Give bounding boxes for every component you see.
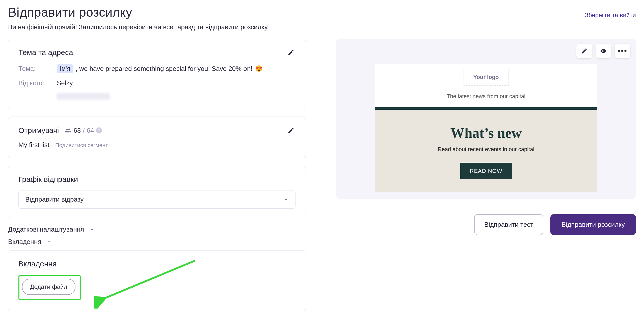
attachments-card: Вкладення Додати файл xyxy=(8,250,306,311)
email-preview-frame: Your logo The latest news from our capit… xyxy=(375,64,597,192)
pencil-icon xyxy=(287,49,294,56)
from-label: Від кого: xyxy=(18,79,57,87)
subject-label: Тема: xyxy=(18,65,57,73)
page-subtitle: Ви на фінішній прямій! Залишилось переві… xyxy=(8,23,636,31)
recipients-help-icon[interactable]: ? xyxy=(96,127,102,133)
preview-hero-subtitle: Read about recent events in our capital xyxy=(375,146,597,153)
preview-tagline: The latest news from our capital xyxy=(375,93,597,100)
schedule-title: Графік відправки xyxy=(18,175,296,184)
edit-subject-button[interactable] xyxy=(286,48,296,57)
recipients-title: Отримувачі xyxy=(18,126,59,135)
heart-eyes-emoji-icon: 😍 xyxy=(255,65,263,72)
recipients-card: Отримувачі 63 / 64 ? My first xyxy=(8,117,306,158)
preview-button[interactable] xyxy=(596,44,611,58)
chevron-down-icon xyxy=(89,227,95,232)
pencil-icon xyxy=(287,127,294,134)
add-file-highlight: Додати файл xyxy=(18,275,81,300)
merge-tag-chip: Ім'я xyxy=(57,64,73,73)
recipients-active-count: 63 xyxy=(73,127,81,134)
edit-template-button[interactable] xyxy=(576,44,592,58)
eye-icon xyxy=(600,48,607,54)
add-file-button[interactable]: Додати файл xyxy=(22,279,75,295)
attachments-card-title: Вкладення xyxy=(18,260,296,268)
hero-divider xyxy=(375,107,597,110)
schedule-card: Графік відправки Відправити відразу xyxy=(8,166,306,218)
email-preview-panel: ••• Your logo The latest news from our c… xyxy=(336,39,636,199)
pencil-icon xyxy=(581,48,587,54)
chevron-down-icon xyxy=(283,197,289,202)
subject-text: , we have prepared something special for… xyxy=(76,65,253,73)
more-options-button[interactable]: ••• xyxy=(615,44,630,58)
advanced-settings-expander[interactable]: Додаткові налаштування xyxy=(8,226,306,233)
advanced-settings-label: Додаткові налаштування xyxy=(8,226,84,233)
count-separator: / xyxy=(83,127,85,134)
view-segment-link[interactable]: Подивитися сегмент xyxy=(55,142,108,148)
schedule-select[interactable]: Відправити відразу xyxy=(18,190,296,209)
edit-recipients-button[interactable] xyxy=(286,126,296,135)
schedule-selected-value: Відправити відразу xyxy=(25,196,84,203)
from-value: Selzy xyxy=(57,79,73,87)
redacted-sender-email xyxy=(57,93,110,100)
attachments-expander-label: Вкладення xyxy=(8,238,41,246)
save-and-exit-link[interactable]: Зберегти та вийти xyxy=(585,12,636,21)
preview-hero: What’s new Read about recent events in o… xyxy=(375,107,597,192)
send-test-button[interactable]: Відправити тест xyxy=(474,214,543,235)
send-campaign-button[interactable]: Відправити розсилку xyxy=(550,214,636,235)
chevron-down-icon xyxy=(46,239,52,245)
subject-card-title: Тема та адреса xyxy=(18,48,73,57)
recipients-list-name: My first list xyxy=(18,141,49,149)
preview-hero-title: What’s new xyxy=(375,125,597,141)
subject-card: Тема та адреса Тема: Ім'я , we have prep… xyxy=(8,39,306,109)
logo-placeholder: Your logo xyxy=(464,69,508,86)
people-icon xyxy=(65,127,71,134)
recipients-total-count: 64 xyxy=(87,127,94,134)
preview-cta-button[interactable]: READ NOW xyxy=(460,163,512,179)
attachments-expander[interactable]: Вкладення xyxy=(8,238,306,246)
page-title: Відправити розсилку xyxy=(8,5,132,20)
